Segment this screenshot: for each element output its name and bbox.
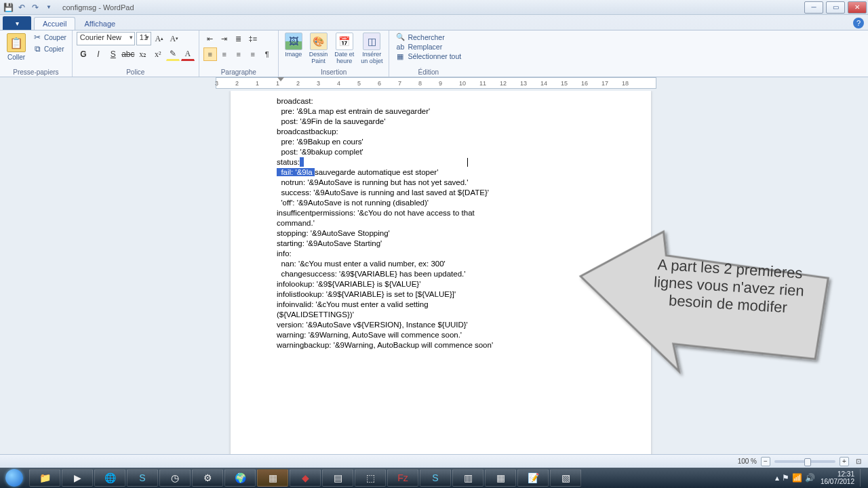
copy-button[interactable]: ⧉Copier	[31, 43, 68, 54]
taskbar-app9[interactable]: ▧	[550, 469, 581, 487]
taskbar-app2[interactable]: ⚙	[192, 469, 223, 487]
fit-button[interactable]: ⊡	[853, 458, 864, 465]
select-all-button[interactable]: ▦Sélectionner tout	[393, 52, 463, 61]
cut-icon: ✂	[33, 33, 42, 42]
status-bar: 100 % − + ⊡	[0, 454, 868, 468]
taskbar-app4[interactable]: ◆	[290, 469, 321, 487]
insert-paint-button[interactable]: 🎨DessinPaint	[307, 32, 330, 65]
qat-dropdown-icon[interactable]: ▼	[43, 2, 54, 13]
font-name-combo[interactable]: Courier New	[77, 32, 135, 45]
windows-orb-icon	[5, 469, 23, 487]
titlebar: 💾 ↶ ↷ ▼ configmsg - WordPad ─ ▭ ✕	[0, 0, 868, 15]
ribbon: ▾ Accueil Affichage 📋 Coller ✂Couper ⧉Co…	[0, 15, 868, 77]
group-font: Courier New 11 A▴ A▾ G I S abc x₂ x² ✎ A	[73, 30, 199, 77]
zoom-label: 100 %	[738, 458, 757, 465]
taskbar-app5[interactable]: ▤	[322, 469, 353, 487]
wordpad-window: 💾 ↶ ↷ ▼ configmsg - WordPad ─ ▭ ✕ ▾ Accu…	[0, 0, 868, 468]
align-right-button[interactable]: ≡	[232, 47, 245, 61]
show-desktop-button[interactable]	[860, 469, 865, 487]
tray-volume-icon[interactable]: 🔊	[805, 473, 815, 483]
text-cursor	[467, 158, 468, 167]
paragraph-dialog-button[interactable]: ¶	[260, 47, 274, 61]
search-icon: 🔍	[395, 33, 405, 41]
line-spacing-button[interactable]: ‡≡	[246, 32, 260, 45]
callout-text: A part les 2 premieres lignes vous n'ave…	[636, 255, 822, 319]
copy-icon: ⧉	[33, 44, 42, 54]
decrease-indent-button[interactable]: ⇤	[203, 32, 217, 45]
find-button[interactable]: 🔍Rechercher	[393, 32, 463, 42]
qat-save-icon[interactable]: 💾	[3, 2, 14, 13]
zoom-slider[interactable]	[774, 460, 835, 463]
taskbar-minecraft[interactable]: ▦	[257, 469, 288, 487]
bullets-button[interactable]: ≣	[232, 32, 245, 45]
document-text[interactable]: broadcast: pre: '&9La map est entrain de…	[231, 96, 651, 350]
group-insertion: 🖼Image 🎨DessinPaint 📅Date etheure ◫Insér…	[279, 30, 390, 77]
insert-object-button[interactable]: ◫Insérerun objet	[359, 32, 384, 65]
insert-image-button[interactable]: 🖼Image	[283, 32, 304, 58]
file-menu-button[interactable]: ▾	[3, 16, 31, 30]
subscript-button[interactable]: x₂	[136, 47, 150, 61]
highlight-button[interactable]: ✎	[166, 47, 180, 61]
tray-flag-icon[interactable]: ⚑	[782, 473, 789, 483]
taskbar-media[interactable]: ▶	[62, 469, 93, 487]
zoom-in-button[interactable]: +	[840, 457, 849, 466]
shrink-font-button[interactable]: A▾	[167, 32, 181, 45]
close-button[interactable]: ✕	[848, 1, 867, 14]
taskbar-app3[interactable]: 🌍	[224, 469, 256, 487]
start-button[interactable]	[0, 468, 28, 488]
increase-indent-button[interactable]: ⇥	[218, 32, 231, 45]
taskbar-wordpad[interactable]: 📝	[517, 469, 549, 487]
qat-redo-icon[interactable]: ↷	[30, 2, 41, 13]
taskbar-app8[interactable]: ▦	[485, 469, 516, 487]
taskbar-chrome[interactable]: 🌐	[94, 469, 125, 487]
object-icon: ◫	[363, 33, 380, 50]
taskbar-app1[interactable]: ◷	[159, 469, 191, 487]
paste-button[interactable]: 📋 Coller	[4, 32, 28, 62]
align-center-button[interactable]: ≡	[218, 47, 231, 61]
tray-up-icon[interactable]: ▴	[775, 473, 779, 483]
justify-button[interactable]: ≡	[246, 47, 260, 61]
bold-button[interactable]: G	[77, 47, 90, 61]
date-icon: 📅	[336, 33, 353, 50]
zoom-out-button[interactable]: −	[761, 457, 770, 466]
minimize-button[interactable]: ─	[804, 1, 823, 14]
taskbar-skype2[interactable]: S	[420, 469, 451, 487]
selected-text: fail: '&9la	[277, 168, 315, 176]
font-size-combo[interactable]: 11	[136, 32, 151, 45]
taskbar: 📁 ▶ 🌐 S ◷ ⚙ 🌍 ▦ ◆ ▤ ⬚ Fz S ▥ ▦ 📝 ▧ ▴ ⚑ 📶…	[0, 468, 868, 488]
taskbar-app7[interactable]: ▥	[452, 469, 484, 487]
paint-icon: 🎨	[310, 33, 328, 50]
taskbar-skype[interactable]: S	[127, 469, 158, 487]
italic-button[interactable]: I	[92, 47, 105, 61]
superscript-button[interactable]: x²	[151, 47, 165, 61]
document-area[interactable]: broadcast: pre: '&9La map est entrain de…	[0, 91, 868, 454]
taskbar-explorer[interactable]: 📁	[29, 469, 60, 487]
select-all-icon: ▦	[395, 52, 405, 60]
underline-button[interactable]: S	[106, 47, 120, 61]
image-icon: 🖼	[285, 33, 302, 50]
ruler[interactable]: 321123456789101112131415161718	[0, 77, 868, 91]
insert-date-button[interactable]: 📅Date etheure	[332, 32, 356, 65]
tab-affichage[interactable]: Affichage	[75, 17, 124, 30]
window-title: configmsg - WordPad	[57, 3, 803, 12]
page: broadcast: pre: '&9La map est entrain de…	[231, 91, 651, 454]
help-icon[interactable]: ?	[853, 18, 864, 28]
tab-accueil[interactable]: Accueil	[34, 17, 75, 30]
group-edition: 🔍Rechercher abRemplacer ▦Sélectionner to…	[389, 30, 467, 77]
qat-undo-icon[interactable]: ↶	[16, 2, 27, 13]
system-tray[interactable]: ▴ ⚑ 📶 🔊 12:31 16/07/2012	[775, 469, 868, 487]
tray-clock[interactable]: 12:31 16/07/2012	[818, 470, 857, 485]
taskbar-app6[interactable]: ⬚	[355, 469, 386, 487]
tray-network-icon[interactable]: 📶	[792, 473, 802, 483]
grow-font-button[interactable]: A▴	[153, 32, 166, 45]
align-left-button[interactable]: ≡	[203, 47, 217, 61]
font-color-button[interactable]: A	[181, 47, 195, 61]
selection-end	[300, 157, 304, 167]
strike-button[interactable]: abc	[121, 47, 135, 61]
maximize-button[interactable]: ▭	[826, 1, 845, 14]
cut-button[interactable]: ✂Couper	[31, 32, 68, 43]
replace-icon: ab	[395, 43, 405, 51]
replace-button[interactable]: abRemplacer	[393, 42, 463, 52]
group-paragraph: ⇤ ⇥ ≣ ‡≡ ≡ ≡ ≡ ≡ ¶ Paragraphe	[199, 30, 279, 77]
taskbar-filezilla[interactable]: Fz	[387, 469, 418, 487]
